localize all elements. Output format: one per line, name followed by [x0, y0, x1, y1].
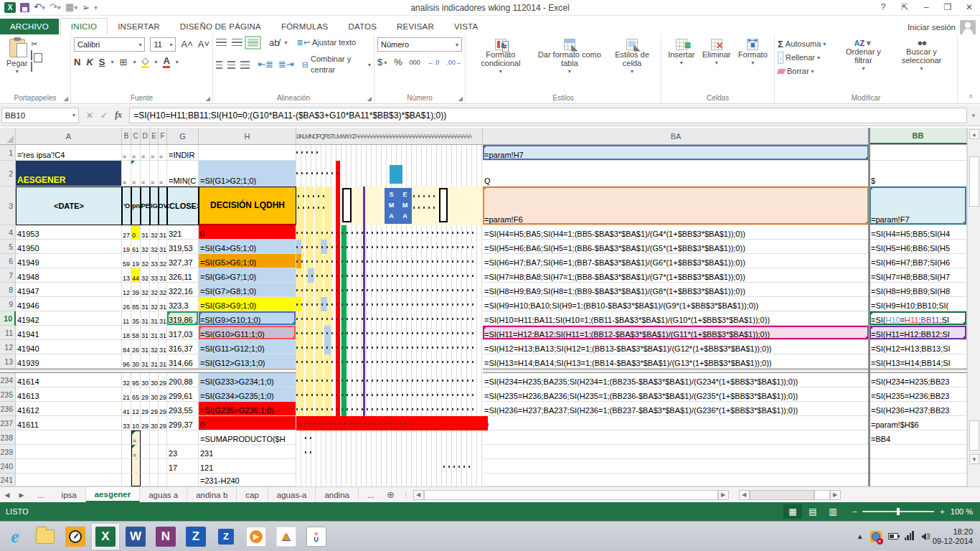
cell-E234[interactable]: 30 [150, 373, 159, 387]
cell-F4[interactable]: 31 [159, 225, 167, 240]
cell-E235[interactable]: 30 [150, 387, 159, 402]
taskbar-file-explorer-icon[interactable] [32, 524, 59, 550]
tray-clock[interactable]: 18:20 09-12-2014 [933, 527, 973, 546]
cell-G11[interactable]: 317,03 [167, 326, 199, 340]
name-box[interactable]: BB10▾ [1, 108, 79, 123]
hscroll2-left-icon[interactable]: ◀ [739, 490, 750, 500]
cell-H239[interactable]: 231 [199, 445, 296, 459]
zoom-slider[interactable] [862, 511, 934, 512]
cell-H12[interactable]: =SI(G11>G12;1;0) [199, 340, 296, 354]
page-break-view-icon[interactable]: ▥ [824, 504, 842, 519]
cell-A10[interactable]: 41942 [16, 311, 122, 326]
decrease-font-icon[interactable]: A˅ [198, 39, 209, 50]
decrease-indent-icon[interactable]: ⇤≣ [258, 60, 273, 70]
row-header-235[interactable]: 235 [0, 387, 16, 402]
cell-F10[interactable]: 31 [159, 311, 167, 326]
cell-C236[interactable]: 12 [131, 402, 141, 416]
cell-B238[interactable] [122, 430, 131, 445]
row-header-238[interactable]: 238 [0, 430, 16, 445]
taskbar-gauge-app-icon[interactable] [62, 524, 89, 550]
ribbon-options-button[interactable]: ⇱ [894, 0, 915, 15]
fill-button[interactable]: ↓Rellenar▾ [778, 52, 838, 64]
cell-G237[interactable]: 299,37 [167, 416, 199, 430]
autosum-button[interactable]: ΣAutosuma▾ [778, 39, 838, 50]
cell-H5[interactable]: =SI(G4>G5;1;0) [199, 240, 296, 254]
vertical-scroll-thumb[interactable] [969, 156, 979, 207]
cell-H1[interactable] [199, 145, 296, 161]
cell-BB11[interactable]: =SI(H11=H12;BB12;SI [870, 326, 967, 340]
cell-F1[interactable]: = [159, 145, 167, 161]
cell-BB2[interactable]: $ [870, 161, 967, 187]
help-button[interactable]: ? [872, 0, 894, 15]
fill-color-icon[interactable]: ◇ [141, 56, 149, 68]
cell-C240[interactable] [131, 459, 141, 474]
alignment-dialog-launcher[interactable]: ◢ [367, 95, 372, 102]
cell-D1[interactable]: = [141, 145, 150, 161]
ribbon-tab-revisar[interactable]: REVISAR [387, 19, 444, 34]
row-header-13[interactable]: 13 [0, 354, 16, 369]
sheet-tab-ipsa[interactable]: ipsa [53, 487, 86, 502]
borders-icon[interactable]: ⊞ [119, 57, 127, 67]
wrap-text-button[interactable]: ≣↩Ajustar texto [296, 37, 356, 48]
select-all-corner[interactable] [0, 128, 16, 144]
row-header-239[interactable]: 239 [0, 445, 16, 459]
chart-shortcut-icon[interactable]: ▦▾ [65, 1, 77, 14]
cell-G236[interactable]: 293,55 [167, 402, 199, 416]
align-middle-icon[interactable] [232, 39, 242, 47]
cell-D4[interactable]: 31 [141, 225, 150, 240]
cell-H3[interactable]: DECISIÓN LQDHH [199, 187, 296, 225]
cell-B12[interactable]: 84 [122, 340, 131, 354]
cells-mid-238[interactable] [296, 430, 483, 445]
cell-BA2[interactable]: Q [483, 161, 870, 187]
row-header-237[interactable]: 237 [0, 416, 16, 430]
cell-B241[interactable] [122, 474, 131, 486]
col-header-C[interactable]: C [131, 128, 141, 144]
cell-C4[interactable]: 0 [131, 225, 141, 240]
cell-G234[interactable]: 290,88 [167, 373, 199, 387]
font-color-icon[interactable]: A [163, 56, 169, 68]
cell-BB240[interactable] [870, 459, 967, 474]
cell-A4[interactable]: 41953 [16, 225, 122, 240]
taskbar-triangle-app-icon[interactable]: ▲ [273, 524, 300, 550]
cell-E238[interactable] [150, 430, 159, 445]
ribbon-tab-vista[interactable]: VISTA [444, 19, 488, 34]
cell-G2[interactable]: =MIN(C [167, 161, 199, 187]
cell-G240[interactable]: 17 [167, 459, 199, 474]
row-header-10[interactable]: 10 [0, 311, 16, 326]
cell-D13[interactable]: 31 [141, 354, 150, 369]
cell-BB5[interactable]: =SI(H5=H6;BB6;SI(H5 [870, 240, 967, 254]
cell-D241[interactable] [141, 474, 150, 486]
cell-BA238[interactable] [483, 430, 870, 445]
cell-D8[interactable]: 32 [141, 283, 150, 297]
cell-BA3[interactable]: =param!F6 [483, 187, 870, 225]
tray-signal-icon[interactable] [905, 530, 915, 543]
zoom-in-icon[interactable]: + [940, 507, 944, 516]
cell-BA241[interactable] [483, 474, 870, 486]
vertical-scrollbar[interactable]: ▲ ▼ [967, 128, 980, 486]
cells-mid-241[interactable] [296, 474, 483, 486]
cell-G8[interactable]: 322,16 [167, 283, 199, 297]
cell-A241[interactable] [16, 474, 122, 486]
cells-mid-7[interactable] [296, 268, 483, 283]
col-header-F[interactable]: F [159, 128, 167, 144]
cell-BA236[interactable]: =SI(H236=H237;BA237;SI(H236=1;(BB237-$BA… [483, 402, 870, 416]
cell-D7[interactable]: 32 [141, 268, 150, 283]
cell-G235[interactable]: 299,61 [167, 387, 199, 402]
cell-H6[interactable]: =SI(G5>G6;1;0) [199, 254, 296, 268]
cell-A239[interactable] [16, 445, 122, 459]
currency-icon[interactable]: $ [377, 57, 382, 67]
cell-B7[interactable]: 13 [122, 268, 131, 283]
cell-BA237[interactable]: 0 [483, 416, 870, 430]
cell-F237[interactable]: 29 [159, 416, 167, 430]
sheet-tab-aguas-a[interactable]: aguas-a [268, 487, 316, 502]
qat-customize-icon[interactable]: ▾ [94, 4, 98, 11]
cell-E9[interactable]: 32 [150, 297, 159, 311]
cell-E11[interactable]: 31 [150, 326, 159, 340]
cell-D235[interactable]: 29 [141, 387, 150, 402]
cell-C7[interactable]: 44 [131, 268, 141, 283]
insert-cells-button[interactable]: ←▥ Insertar▾ [664, 37, 698, 92]
align-bottom-icon[interactable] [248, 39, 258, 47]
cancel-icon[interactable]: ✕ [86, 110, 93, 121]
number-format-combo[interactable]: Número▾ [377, 37, 462, 52]
cell-B2[interactable]: = [122, 161, 131, 187]
